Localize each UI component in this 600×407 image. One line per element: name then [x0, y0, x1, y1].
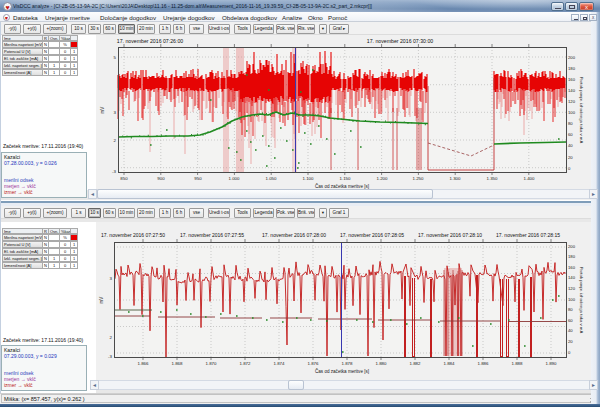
svg-text:40: 40 [568, 143, 573, 148]
svg-text:1.876: 1.876 [308, 361, 320, 366]
svg-text:1.050: 1.050 [266, 176, 278, 181]
svg-text:17. november 2016 07:26:00: 17. november 2016 07:26:00 [117, 38, 183, 44]
svg-text:100: 100 [568, 297, 576, 302]
svg-text:160: 160 [568, 77, 576, 82]
svg-text:1.866: 1.866 [138, 361, 150, 366]
svg-text:mV: mV [100, 106, 105, 114]
svg-text:1.300: 1.300 [450, 176, 462, 181]
svg-text:Čas od začetka meritve [s]: Čas od začetka meritve [s] [315, 368, 369, 374]
svg-text:Pretok povpr. izhodnega toka v: Pretok povpr. izhodnega toka v mA [579, 267, 584, 334]
svg-text:20: 20 [568, 339, 573, 344]
svg-text:17. november 2016 07:27:50: 17. november 2016 07:27:50 [101, 232, 165, 238]
svg-text:17. november 2016 07:28:10: 17. november 2016 07:28:10 [418, 232, 482, 238]
svg-text:1.870: 1.870 [206, 361, 218, 366]
svg-text:1.250: 1.250 [413, 176, 425, 181]
svg-text:-3: -3 [112, 169, 116, 174]
svg-text:1.886: 1.886 [478, 361, 490, 366]
svg-text:120: 120 [568, 286, 576, 291]
svg-text:17. november 2016 07:28:00: 17. november 2016 07:28:00 [262, 232, 326, 238]
svg-text:140: 140 [568, 275, 576, 280]
svg-text:120: 120 [568, 99, 576, 104]
svg-text:60: 60 [568, 318, 573, 323]
svg-text:mV: mV [99, 296, 104, 304]
svg-text:850: 850 [120, 176, 128, 181]
svg-text:17. november 2016 07:30:00: 17. november 2016 07:30:00 [367, 38, 433, 44]
svg-text:1.150: 1.150 [340, 176, 352, 181]
svg-text:1.882: 1.882 [410, 361, 422, 366]
svg-text:180: 180 [568, 254, 576, 259]
svg-text:1.884: 1.884 [444, 361, 456, 366]
svg-text:1.200: 1.200 [377, 176, 389, 181]
svg-text:200: 200 [568, 244, 576, 249]
svg-text:180: 180 [568, 66, 576, 71]
svg-text:1.350: 1.350 [487, 176, 499, 181]
svg-text:Pretok povpr. izhodnega toka v: Pretok povpr. izhodnega toka v mA [579, 77, 584, 144]
svg-text:17. november 2016 07:28:05: 17. november 2016 07:28:05 [340, 232, 404, 238]
svg-text:1.878: 1.878 [342, 361, 354, 366]
svg-text:950: 950 [194, 176, 202, 181]
svg-text:17. november 2016 07:27:55: 17. november 2016 07:27:55 [180, 232, 244, 238]
svg-text:1.890: 1.890 [546, 361, 558, 366]
svg-text:1.100: 1.100 [303, 176, 315, 181]
svg-text:80: 80 [568, 307, 573, 312]
svg-text:60: 60 [568, 132, 573, 137]
svg-text:1.868: 1.868 [172, 361, 184, 366]
svg-text:100: 100 [568, 110, 576, 115]
svg-text:1.888: 1.888 [512, 361, 524, 366]
svg-text:1.872: 1.872 [240, 361, 252, 366]
svg-text:1.000: 1.000 [229, 176, 241, 181]
svg-text:140: 140 [568, 88, 576, 93]
svg-text:80: 80 [568, 121, 573, 126]
svg-text:20: 20 [568, 155, 573, 160]
svg-text:200: 200 [568, 55, 576, 60]
svg-text:17. november 2016 07:28:15: 17. november 2016 07:28:15 [496, 232, 560, 238]
svg-text:900: 900 [157, 176, 165, 181]
svg-text:40: 40 [568, 328, 573, 333]
svg-text:1.880: 1.880 [376, 361, 388, 366]
svg-text:-3: -3 [108, 354, 112, 359]
svg-text:160: 160 [568, 265, 576, 270]
svg-text:1.400: 1.400 [524, 176, 536, 181]
svg-text:1.874: 1.874 [274, 361, 286, 366]
